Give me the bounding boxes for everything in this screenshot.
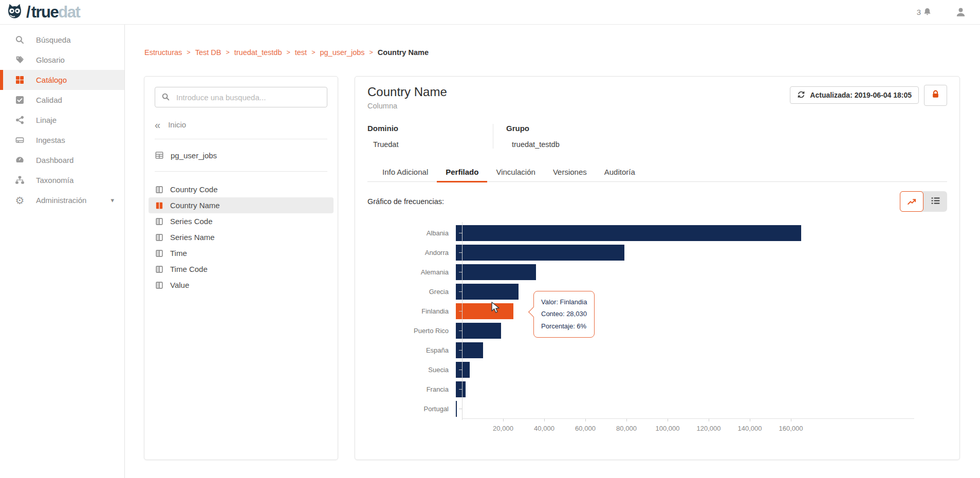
- breadcrumb-link[interactable]: Estructuras: [144, 48, 182, 57]
- frequency-bar[interactable]: [456, 401, 457, 417]
- column-item-country-name[interactable]: Country Name: [149, 197, 334, 213]
- column-item-label: Series Name: [170, 233, 215, 242]
- breadcrumb-link[interactable]: truedat_testdb: [234, 48, 282, 57]
- sidebar-item-calidad[interactable]: Calidad: [0, 90, 124, 110]
- sidebar-item-label: Calidad: [36, 96, 62, 104]
- column-item-value[interactable]: Value: [149, 277, 334, 293]
- search-box: [155, 87, 327, 107]
- column-item-label: Value: [170, 281, 189, 289]
- frequency-bar[interactable]: [456, 303, 513, 319]
- frequency-bar[interactable]: [456, 284, 519, 300]
- share-icon: [14, 115, 25, 125]
- sidebar-item-label: Búsqueda: [36, 35, 71, 44]
- column-item-time-code[interactable]: Time Code: [149, 261, 334, 277]
- lock-button[interactable]: [924, 85, 947, 106]
- tooltip-conteo: Conteo: 28,030: [541, 308, 587, 320]
- list-view-button[interactable]: [923, 191, 947, 212]
- sidebar-item-label: Ingestas: [36, 136, 65, 144]
- category-label: Portugal: [367, 405, 455, 413]
- truedat-logo[interactable]: / true dat: [5, 3, 80, 22]
- detail-panel: Country Name Columna Actualizada: 2019-0…: [355, 76, 960, 460]
- breadcrumb-link[interactable]: Test DB: [195, 48, 221, 57]
- column-item-country-code[interactable]: Country Code: [149, 181, 334, 197]
- sidebar-item-catalogo[interactable]: Catálogo: [0, 70, 124, 90]
- sidebar: BúsquedaGlosarioCatálogoCalidadLinajeIng…: [0, 25, 125, 478]
- notification-count-badge: 3: [917, 8, 921, 16]
- column-item-time[interactable]: Time: [149, 245, 334, 261]
- tab-perfilado[interactable]: Perfilado: [437, 163, 487, 182]
- table-icon: [155, 151, 164, 160]
- x-axis-tick-label: 100,000: [656, 425, 680, 432]
- chart-view-toggle: [900, 191, 947, 212]
- chevron-down-icon: ▾: [110, 196, 114, 204]
- category-label: España: [367, 346, 455, 354]
- tab-info-adicional[interactable]: Info Adicional: [374, 163, 437, 182]
- table-item-pg-user-jobs[interactable]: pg_user_jobs: [155, 149, 327, 161]
- sidebar-item-ingestas[interactable]: Ingestas: [0, 130, 124, 150]
- tab-vinculación[interactable]: Vinculación: [487, 163, 544, 182]
- line-chart-icon: [907, 195, 917, 208]
- tab-versiones[interactable]: Versiones: [544, 163, 596, 182]
- category-label: Finlandia: [367, 307, 455, 315]
- tab-auditoría[interactable]: Auditoría: [596, 163, 644, 182]
- sidebar-item-dashboard[interactable]: Dashboard: [0, 150, 124, 170]
- sidebar-item-busqueda[interactable]: Búsqueda: [0, 30, 124, 50]
- bar-row-suecia: Suecia: [367, 360, 947, 379]
- breadcrumb-link[interactable]: pg_user_jobs: [320, 48, 364, 57]
- frequency-bar[interactable]: [456, 225, 801, 241]
- tab-bar: Info AdicionalPerfiladoVinculaciónVersio…: [367, 163, 947, 182]
- bar-row-albania: Albania: [367, 223, 947, 243]
- frequency-bar[interactable]: [456, 245, 624, 261]
- column-list: Country CodeCountry NameSeries CodeSerie…: [149, 181, 334, 293]
- sidebar-item-glosario[interactable]: Glosario: [0, 50, 124, 70]
- breadcrumb: Estructuras>Test DB>truedat_testdb>test>…: [144, 48, 429, 57]
- updated-button[interactable]: Actualizada: 2019-06-04 18:05: [790, 86, 919, 104]
- tooltip-valor: Valor: Finlandia: [541, 296, 587, 308]
- sidebar-item-taxonomia[interactable]: Taxonomía: [0, 170, 124, 190]
- search-input[interactable]: [155, 87, 327, 107]
- notifications-button[interactable]: 3: [917, 7, 932, 17]
- x-axis-tick: [544, 419, 545, 421]
- category-label: Suecia: [367, 366, 455, 374]
- sidebar-item-linaje[interactable]: Linaje: [0, 110, 124, 130]
- bar-row-finlandia: Finlandia: [367, 301, 947, 321]
- category-label: Grecia: [367, 288, 455, 296]
- divider: [155, 171, 327, 172]
- breadcrumb-link[interactable]: test: [295, 48, 307, 57]
- x-axis-tick-label: 140,000: [738, 425, 762, 432]
- column-item-label: Series Code: [170, 217, 213, 226]
- chart-view-button[interactable]: [900, 191, 923, 212]
- header-buttons: Actualizada: 2019-06-04 18:05: [790, 85, 947, 106]
- y-axis-line: [462, 222, 463, 420]
- user-avatar-icon[interactable]: [955, 6, 967, 18]
- logo-slash: /: [26, 3, 31, 22]
- x-axis-tick: [585, 419, 586, 421]
- grupo-label: Grupo: [506, 124, 560, 133]
- category-label: Andorra: [367, 249, 455, 256]
- sidebar-item-label: Glosario: [36, 56, 65, 64]
- breadcrumb-separator: >: [226, 49, 229, 56]
- tooltip-porcentaje: Porcentaje: 6%: [541, 320, 587, 332]
- table-label: pg_user_jobs: [171, 151, 217, 160]
- drive-icon: [14, 135, 25, 145]
- sidebar-item-label: Administración: [36, 196, 86, 205]
- back-to-inicio[interactable]: « Inicio: [155, 120, 327, 129]
- frequency-bar[interactable]: [456, 362, 470, 378]
- sidebar-item-administracion[interactable]: ⚙Administración▾: [0, 190, 124, 210]
- chart-header: Gráfico de frecuencias:: [367, 191, 947, 212]
- column-item-series-name[interactable]: Series Name: [149, 229, 334, 245]
- frequency-bar[interactable]: [456, 323, 501, 339]
- column-icon: [155, 265, 163, 273]
- column-icon: [155, 281, 163, 289]
- frequency-bar[interactable]: [456, 264, 536, 280]
- breadcrumb-separator: >: [369, 49, 373, 56]
- column-icon: [155, 217, 163, 226]
- page-subtitle: Columna: [367, 102, 447, 110]
- gear-icon: ⚙: [14, 195, 25, 206]
- gauge-icon: [14, 155, 25, 166]
- bar-row-grecia: Grecia: [367, 282, 947, 301]
- column-item-series-code[interactable]: Series Code: [149, 213, 334, 229]
- x-axis-tick-label: 120,000: [697, 425, 721, 432]
- search-icon: [14, 34, 25, 45]
- grid-icon: [14, 75, 25, 85]
